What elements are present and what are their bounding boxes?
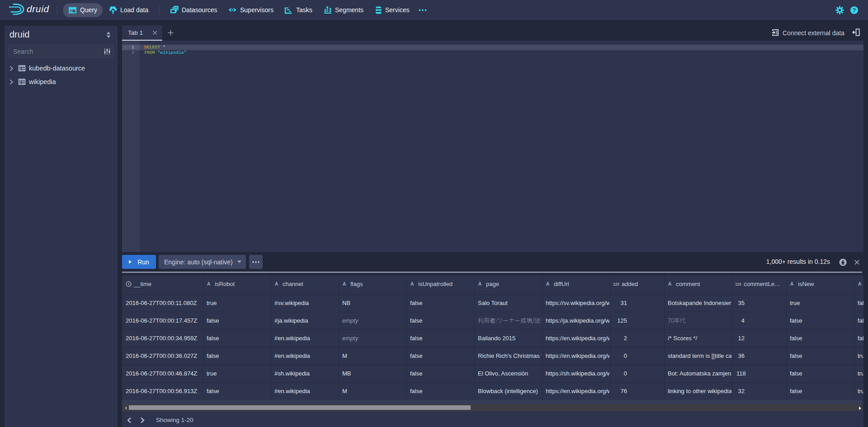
svg-text:?: ?	[853, 7, 856, 14]
